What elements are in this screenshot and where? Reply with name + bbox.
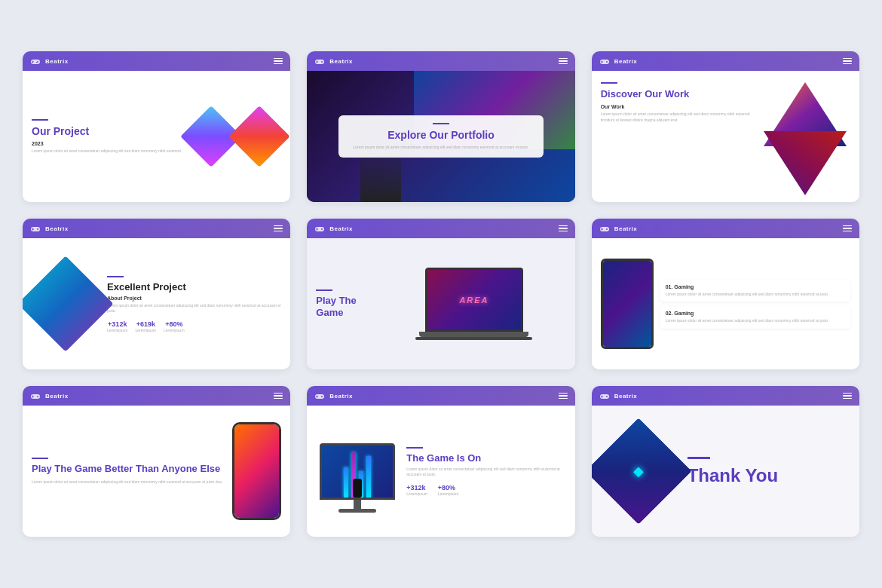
card4-stat-label-2: Leremipsum (164, 328, 185, 332)
slide-header-left-1: Beatrix (30, 58, 69, 65)
card7-desc: Lorem ipsum dolor sit amet consectetuer … (32, 479, 226, 485)
svg-rect-7 (316, 61, 318, 62)
card7-text: Play The Game Better Than Anyone Else Lo… (32, 458, 226, 485)
card8-stat-label-1: Leremipsum (438, 492, 459, 496)
card8-desc: Lorem ipsum dolor sit amet consectetuer … (406, 467, 565, 478)
card5-laptop: AREA (382, 255, 565, 353)
card4-stat-val-1: +619k (136, 320, 157, 328)
gamepad-icon-4 (30, 225, 41, 232)
slide-card-2[interactable]: Beatrix Explore Our Portfolio Lorem ipsu… (307, 51, 574, 202)
slide-header-left-3: Beatrix (599, 58, 638, 65)
card4-title: Excellent Project (107, 281, 281, 292)
card8-stat-1: +80% Leremipsum (438, 484, 459, 496)
card8-stat-0: +312k Leremipsum (406, 484, 427, 496)
menu-icon-2[interactable] (559, 58, 568, 65)
gamepad-icon-5 (314, 225, 325, 232)
card6-tablet-screen (603, 261, 651, 347)
slide-card-4[interactable]: Beatrix Excellent Project About Project … (23, 219, 290, 369)
menu-icon-9[interactable] (843, 393, 852, 400)
card6-section-0: 01. Gaming Lorem ipsum dolor sit amet co… (660, 280, 850, 302)
svg-rect-21 (316, 228, 318, 229)
svg-point-12 (606, 61, 608, 63)
laptop-neon-text: AREA (459, 296, 488, 305)
svg-rect-29 (32, 396, 34, 397)
card9-gem-icon: ◆ (633, 463, 644, 479)
card4-stats: +312k Leremipsum +619k Leremipsum +80% L… (107, 320, 281, 332)
card8-stat-val-0: +312k (406, 484, 427, 492)
card4-stat-label-0: Leremipsum (107, 328, 128, 332)
svg-point-8 (321, 61, 323, 63)
card4-subtitle: About Project (107, 296, 281, 301)
menu-icon-6[interactable] (843, 225, 852, 232)
laptop-base (419, 332, 528, 337)
gamepad-icon (30, 58, 41, 65)
brand-label-3: Beatrix (614, 58, 638, 65)
card2-desc: Lorem ipsum dolor sit amet consectetuer … (354, 145, 529, 151)
card7-phone-screen (234, 424, 279, 518)
card5-accent-bar (316, 289, 332, 291)
diamond-2 (237, 115, 281, 158)
svg-rect-37 (601, 396, 603, 397)
menu-icon-1[interactable] (274, 58, 283, 65)
card6-section-title-1: 02. Gaming (666, 311, 844, 316)
card7-accent-bar (32, 458, 48, 459)
slide-card-8[interactable]: Beatrix (307, 386, 574, 537)
diamond-1 (189, 115, 233, 158)
laptop-wrap: AREA (415, 268, 532, 340)
slide-header-left-6: Beatrix (599, 225, 638, 232)
card5-title: Play The Game (316, 295, 376, 318)
card4-stat-1: +619k Leremipsum (136, 320, 157, 332)
card1-accent-bar (32, 119, 48, 121)
laptop-foot (415, 337, 532, 340)
slide-header-left-7: Beatrix (30, 393, 69, 400)
card2-overlay: Explore Our Portfolio Lorem ipsum dolor … (307, 71, 574, 202)
slide-card-3[interactable]: Beatrix Discover Our Work Our Work Lorem… (592, 51, 859, 202)
slide-header-1: Beatrix (23, 51, 290, 71)
svg-point-18 (37, 228, 38, 230)
monitor-screen (320, 443, 395, 500)
card9-diamond-inner: ◆ (592, 418, 692, 524)
card8-title: The Game Is On (406, 452, 565, 464)
laptop-screen: AREA (425, 268, 523, 332)
slide-card-5[interactable]: Beatrix Play The Game AREA (307, 219, 574, 369)
card4-desc: Lorem ipsum dolor sit amet consectetuer … (107, 303, 281, 314)
gamepad-icon-8 (314, 393, 325, 400)
card1-desc: Lorem ipsum dolor sit amet consectetuer … (32, 149, 183, 155)
slide-header-left-5: Beatrix (314, 225, 353, 232)
monitor-person-silhouette (353, 479, 362, 498)
menu-icon-8[interactable] (559, 393, 568, 400)
monitor-stand (354, 500, 361, 509)
menu-icon-5[interactable] (559, 225, 568, 232)
svg-rect-11 (601, 61, 603, 62)
gamepad-icon-7 (30, 393, 41, 400)
card6-section-1: 02. Gaming Lorem ipsum dolor sit amet co… (660, 306, 850, 329)
card2-title: Explore Our Portfolio (354, 129, 529, 141)
slide-header-left-4: Beatrix (30, 225, 69, 232)
card7-phone (232, 422, 281, 520)
svg-point-3 (37, 61, 38, 63)
slides-grid: Beatrix Our Project 2023 Lorem ipsum dol… (0, 29, 882, 559)
svg-rect-25 (601, 228, 603, 229)
card6-right: 01. Gaming Lorem ipsum dolor sit amet co… (660, 280, 850, 329)
card3-desc: Lorem ipsum dolor sit amet consectetuer … (601, 112, 752, 123)
slide-card-6[interactable]: Beatrix 01. Gaming Lorem ipsum dolor sit… (592, 219, 859, 369)
card2-accent-bar (433, 123, 449, 124)
card6-section-desc-0: Lorem ipsum dolor sit amet consectetuer … (666, 292, 844, 298)
slide-body-7: Play The Game Better Than Anyone Else Lo… (23, 406, 290, 537)
slide-card-1[interactable]: Beatrix Our Project 2023 Lorem ipsum dol… (23, 51, 290, 202)
slide-card-7[interactable]: Beatrix Play The Game Better Than Anyone… (23, 386, 290, 537)
menu-icon-3[interactable] (843, 58, 852, 65)
menu-icon-7[interactable] (274, 393, 283, 400)
brand-label-4: Beatrix (45, 225, 69, 232)
slide-body-4: Excellent Project About Project Lorem ip… (23, 238, 290, 369)
card1-title: Our Project (32, 125, 183, 138)
neon-pillar-1 (344, 467, 348, 498)
card3-accent-bar (601, 82, 617, 84)
card4-stat-val-0: +312k (107, 320, 128, 328)
menu-icon-4[interactable] (274, 225, 283, 232)
card4-accent-bar (107, 276, 124, 277)
slide-card-9[interactable]: Beatrix ◆ Thank You (592, 386, 859, 537)
slide-body-5: Play The Game AREA (307, 238, 574, 369)
card4-diamond-inner (23, 256, 113, 351)
slide-header-4: Beatrix (23, 219, 290, 238)
